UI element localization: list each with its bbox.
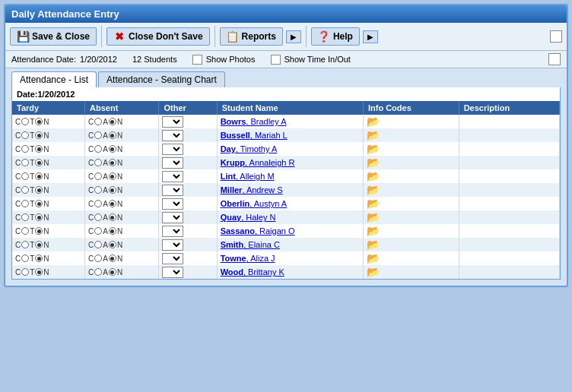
absent-a-radio[interactable] bbox=[94, 145, 102, 153]
tardy-n-radio[interactable] bbox=[35, 254, 43, 262]
student-link[interactable]: Krupp, Annaleigh R bbox=[221, 158, 295, 167]
absent-n-radio[interactable] bbox=[109, 172, 116, 180]
tardy-t-radio[interactable] bbox=[21, 241, 29, 248]
close-no-save-button[interactable]: ✖ Close Don't Save bbox=[106, 27, 210, 46]
tardy-t-radio[interactable] bbox=[21, 268, 29, 276]
absent-n-radio[interactable] bbox=[109, 145, 116, 153]
absent-a-radio[interactable] bbox=[94, 213, 102, 221]
reports-button[interactable]: 📋 Reports bbox=[220, 27, 283, 46]
absent-n-radio[interactable] bbox=[109, 131, 116, 139]
student-link[interactable]: Sassano, Raigan O bbox=[221, 226, 295, 236]
tardy-n-radio[interactable] bbox=[35, 268, 43, 276]
other-dropdown[interactable]: ▼ bbox=[162, 157, 183, 169]
folder-icon[interactable]: 📂 bbox=[367, 211, 380, 223]
absent-a-radio[interactable] bbox=[94, 118, 102, 125]
tardy-n-radio[interactable] bbox=[35, 118, 43, 125]
show-time-checkbox[interactable] bbox=[271, 55, 281, 65]
help-button[interactable]: ❓ Help bbox=[311, 27, 360, 46]
corner-button2[interactable] bbox=[548, 53, 561, 65]
absent-n-radio[interactable] bbox=[109, 159, 116, 166]
absent-n-radio[interactable] bbox=[109, 186, 116, 194]
student-link[interactable]: Quay, Haley N bbox=[221, 213, 276, 222]
tab-seating-chart[interactable]: Attendance - Seating Chart bbox=[98, 71, 225, 87]
absent-n-radio[interactable] bbox=[109, 268, 116, 276]
absent-a-radio[interactable] bbox=[94, 186, 102, 194]
absent-n-radio[interactable] bbox=[109, 118, 116, 125]
tardy-n-radio[interactable] bbox=[35, 131, 43, 139]
show-time-item[interactable]: Show Time In/Out bbox=[271, 55, 351, 65]
tardy-t-radio[interactable] bbox=[21, 172, 29, 180]
folder-icon[interactable]: 📂 bbox=[367, 225, 380, 237]
tab-attendance-list[interactable]: Attendance - List bbox=[11, 71, 97, 87]
corner-button[interactable] bbox=[550, 30, 562, 43]
folder-icon[interactable]: 📂 bbox=[367, 143, 380, 155]
other-dropdown[interactable]: ▼ bbox=[162, 171, 183, 182]
tardy-n-radio[interactable] bbox=[35, 159, 43, 166]
tardy-t-radio[interactable] bbox=[21, 118, 29, 125]
student-name-cell: Quay, Haley N bbox=[217, 210, 363, 224]
other-dropdown[interactable]: ▼ bbox=[162, 267, 183, 278]
folder-icon[interactable]: 📂 bbox=[367, 252, 380, 264]
tardy-t-radio[interactable] bbox=[21, 145, 29, 153]
absent-a-radio[interactable] bbox=[94, 172, 102, 180]
folder-icon[interactable]: 📂 bbox=[367, 198, 380, 210]
student-link[interactable]: Day, Timothy A bbox=[221, 144, 278, 153]
tardy-t-radio[interactable] bbox=[21, 227, 29, 235]
absent-a-radio[interactable] bbox=[94, 268, 102, 276]
absent-a-radio[interactable] bbox=[94, 254, 102, 262]
absent-n-radio[interactable] bbox=[109, 200, 116, 207]
other-dropdown[interactable]: ▼ bbox=[162, 212, 183, 223]
other-dropdown[interactable]: ▼ bbox=[162, 198, 183, 210]
student-link[interactable]: Wood, Brittany K bbox=[221, 267, 284, 277]
tardy-n-radio[interactable] bbox=[35, 172, 43, 180]
other-dropdown[interactable]: ▼ bbox=[162, 185, 183, 196]
absent-n-radio[interactable] bbox=[109, 254, 116, 262]
absent-a-radio[interactable] bbox=[94, 241, 102, 248]
tardy-n-radio[interactable] bbox=[35, 227, 43, 235]
other-dropdown[interactable]: ▼ bbox=[162, 253, 183, 264]
folder-icon[interactable]: 📂 bbox=[367, 184, 380, 196]
reports-arrow-button[interactable]: ▶ bbox=[286, 30, 301, 43]
tardy-t-radio[interactable] bbox=[21, 213, 29, 221]
absent-a-radio[interactable] bbox=[94, 200, 102, 207]
folder-icon[interactable]: 📂 bbox=[367, 239, 380, 251]
tardy-t-radio[interactable] bbox=[21, 131, 29, 139]
student-link[interactable]: Miller, Andrew S bbox=[221, 185, 283, 194]
folder-icon[interactable]: 📂 bbox=[367, 129, 380, 141]
student-link[interactable]: Oberlin, Austyn A bbox=[221, 199, 287, 208]
folder-icon[interactable]: 📂 bbox=[367, 156, 380, 169]
tardy-n-radio[interactable] bbox=[35, 145, 43, 153]
folder-icon[interactable]: 📂 bbox=[367, 115, 380, 128]
tardy-n-radio[interactable] bbox=[35, 186, 43, 194]
absent-a-radio[interactable] bbox=[94, 227, 102, 235]
folder-icon[interactable]: 📂 bbox=[367, 170, 380, 182]
show-photos-checkbox[interactable] bbox=[192, 55, 202, 65]
absent-a-radio[interactable] bbox=[94, 159, 102, 166]
absent-n-radio[interactable] bbox=[109, 227, 116, 235]
tardy-n-radio[interactable] bbox=[35, 241, 43, 248]
student-link[interactable]: Towne, Aliza J bbox=[221, 254, 275, 263]
other-dropdown[interactable]: ▼ bbox=[162, 116, 183, 128]
tardy-n-radio[interactable] bbox=[35, 200, 43, 207]
folder-icon[interactable]: 📂 bbox=[367, 266, 380, 278]
absent-n-radio[interactable] bbox=[109, 241, 116, 248]
student-link[interactable]: Bussell, Mariah L bbox=[221, 131, 288, 140]
tardy-n-radio[interactable] bbox=[35, 213, 43, 221]
other-dropdown[interactable]: ▼ bbox=[162, 239, 183, 251]
absent-a-radio[interactable] bbox=[94, 131, 102, 139]
student-link[interactable]: Bowrs, Bradley A bbox=[221, 117, 287, 126]
info-codes-cell: 📂 bbox=[363, 142, 459, 156]
tardy-t-radio[interactable] bbox=[21, 159, 29, 166]
tardy-t-radio[interactable] bbox=[21, 200, 29, 207]
absent-n-radio[interactable] bbox=[109, 213, 116, 221]
other-dropdown[interactable]: ▼ bbox=[162, 130, 183, 141]
tardy-t-radio[interactable] bbox=[21, 254, 29, 262]
other-dropdown[interactable]: ▼ bbox=[162, 226, 183, 237]
student-link[interactable]: Lint, Alleigh M bbox=[221, 172, 275, 181]
other-dropdown[interactable]: ▼ bbox=[162, 144, 183, 155]
student-link[interactable]: Smith, Elaina C bbox=[221, 240, 280, 249]
show-photos-item[interactable]: Show Photos bbox=[192, 55, 256, 65]
tardy-t-radio[interactable] bbox=[21, 186, 29, 194]
save-close-button[interactable]: 💾 Save & Close bbox=[10, 27, 97, 46]
help-arrow-button[interactable]: ▶ bbox=[363, 30, 378, 43]
